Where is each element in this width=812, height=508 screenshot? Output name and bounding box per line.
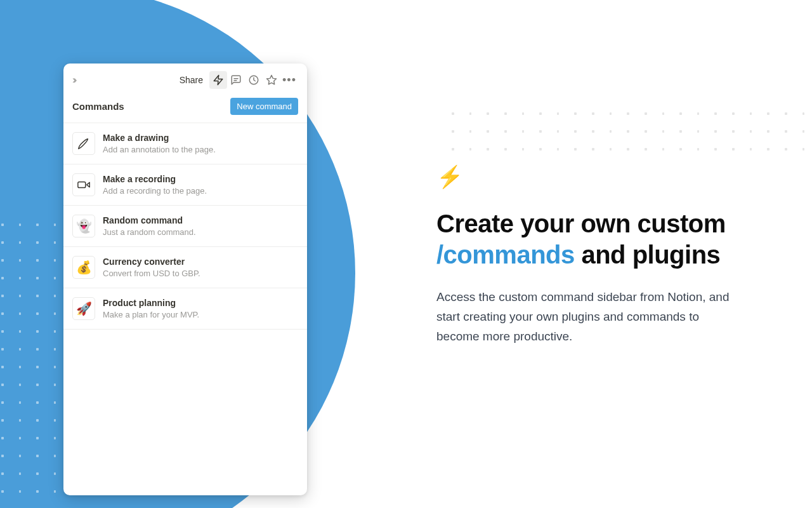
command-item-currency[interactable]: 💰 Currency converter Convert from USD to… [63, 247, 307, 288]
star-icon[interactable] [263, 71, 280, 89]
expand-icon[interactable]: ›› [72, 74, 74, 86]
command-desc: Add an annotation to the page. [103, 145, 216, 154]
command-item-drawing[interactable]: Make a drawing Add an annotation to the … [63, 123, 307, 164]
money-icon: 💰 [72, 256, 95, 279]
share-button[interactable]: Share [180, 75, 203, 85]
svg-rect-5 [78, 182, 86, 187]
commands-panel: ›› Share ••• Commands New command Make a… [63, 64, 307, 495]
svg-marker-6 [87, 182, 90, 187]
command-item-recording[interactable]: Make a recording Add a recording to the … [63, 164, 307, 206]
command-desc: Convert from USD to GBP. [103, 269, 200, 278]
ghost-icon: 👻 [72, 215, 95, 237]
video-icon [72, 173, 95, 196]
more-icon[interactable]: ••• [280, 71, 298, 89]
command-list: Make a drawing Add an annotation to the … [63, 123, 307, 330]
panel-title: Commands [72, 101, 124, 112]
lightning-icon: ⚡ [436, 164, 773, 189]
command-item-random[interactable]: 👻 Random command Just a random command. [63, 206, 307, 247]
new-command-button[interactable]: New command [230, 98, 298, 115]
bolt-icon[interactable] [209, 71, 227, 89]
command-title: Currency converter [103, 257, 200, 267]
command-title: Make a drawing [103, 133, 216, 143]
command-item-product[interactable]: 🚀 Product planning Make a plan for your … [63, 288, 307, 330]
headline-pre: Create your own custom [436, 210, 726, 237]
command-desc: Make a plan for your MVP. [103, 310, 199, 319]
command-title: Random command [103, 215, 196, 225]
svg-marker-0 [214, 76, 223, 85]
command-desc: Just a random command. [103, 227, 196, 237]
rocket-icon: 🚀 [72, 297, 95, 320]
panel-toolbar: ›› Share ••• [63, 64, 307, 94]
marketing-section: ⚡ Create your own custom /commands and p… [436, 164, 773, 347]
svg-marker-4 [267, 76, 277, 84]
headline-post: and plugins [575, 241, 721, 269]
panel-header: Commands New command [63, 94, 307, 123]
clock-icon[interactable] [245, 71, 263, 89]
headline: Create your own custom /commands and plu… [436, 208, 773, 271]
comment-icon[interactable] [227, 71, 245, 89]
command-desc: Add a recording to the page. [103, 186, 207, 196]
subtext: Access the custom command sidebar from N… [436, 287, 741, 347]
headline-accent: /commands [436, 241, 575, 269]
command-title: Make a recording [103, 174, 207, 184]
pen-icon [72, 132, 95, 155]
dots-pattern-right [444, 105, 812, 156]
command-title: Product planning [103, 298, 199, 308]
